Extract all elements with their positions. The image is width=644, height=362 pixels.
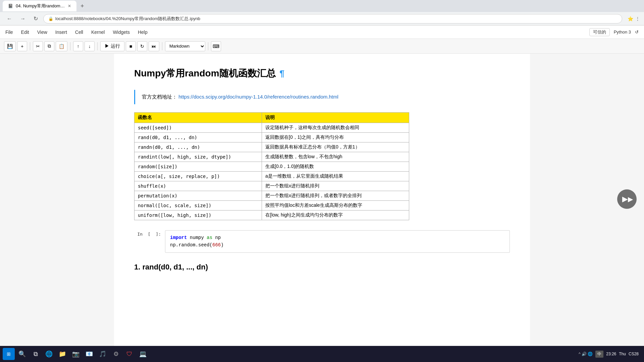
taskbar-taskview[interactable]: ⧉ — [30, 348, 42, 360]
code-seed-num: 666 — [212, 242, 221, 248]
toolbar-divider-1 — [30, 42, 30, 50]
kernel-label: Python 3 — [614, 29, 631, 35]
func-name-cell: random([size]) — [135, 162, 262, 172]
system-tray: ^ 🔊 🌐 — [579, 352, 593, 356]
back-button[interactable]: ← — [4, 14, 15, 23]
menu-widgets[interactable]: Widgets — [113, 28, 130, 36]
taskbar-search[interactable]: 🔍 — [16, 348, 28, 360]
code-numpy: numpy — [190, 235, 207, 240]
new-tab-button[interactable]: + — [78, 1, 87, 11]
stop-button[interactable]: ■ — [126, 41, 136, 51]
section-1-title: 1. rand(d0, d1, ..., dn) — [134, 263, 510, 272]
start-button[interactable]: ⊞ — [3, 348, 15, 360]
function-table: 函数名 说明 seed([seed])设定随机种子，这样每次生成的随机数会相同r… — [134, 112, 409, 220]
toolbar-divider-5 — [208, 42, 208, 50]
code-seed-call: np.random.seed( — [170, 242, 212, 248]
code-seed-close: ) — [221, 242, 223, 248]
menu-kernel[interactable]: Kernel — [91, 28, 105, 36]
add-cell-button[interactable]: + — [17, 41, 27, 51]
taskbar: ⊞ 🔍 ⧉ 🌐 📁 📷 📧 🎵 ⚙ 🛡 💻 ^ 🔊 🌐 中 23:26 Thu … — [0, 346, 644, 362]
table-row: shuffle(x)把一个数组x进行随机排列 — [135, 181, 409, 191]
taskbar-app3[interactable]: 🎵 — [97, 348, 109, 360]
notebook-title: Numpy常用random随机函数汇总 ¶ — [134, 67, 510, 80]
taskbar-app4[interactable]: ⚙ — [110, 348, 122, 360]
tab-close-btn[interactable]: ✕ — [68, 4, 71, 8]
clock-time: 23:26 — [606, 352, 616, 356]
menu-edit[interactable]: Edit — [21, 28, 29, 36]
tray-icons: ^ 🔊 🌐 — [579, 352, 593, 356]
taskbar-edge[interactable]: 🌐 — [43, 348, 55, 360]
func-desc-cell: 在[low, high)之间生成均匀分布的数字 — [262, 210, 409, 220]
taskbar-app6[interactable]: 💻 — [137, 348, 149, 360]
run-button[interactable]: ▶ 运行 — [100, 41, 124, 51]
jupyter-status: 可信的 Python 3 ↺ — [589, 28, 639, 36]
browser-icons: ⭐ ⋮ — [628, 16, 640, 21]
keyboard-shortcuts-button[interactable]: ⌨ — [211, 41, 221, 51]
address-bar: ← → ↻ 🔒 localhost:8888/notebooks/04.%20N… — [0, 12, 644, 25]
taskbar-app1[interactable]: 📷 — [70, 348, 82, 360]
in-label: In [ ]: — [134, 230, 161, 253]
menu-cell[interactable]: Cell — [75, 28, 83, 36]
taskbar-app2[interactable]: 📧 — [83, 348, 95, 360]
func-name-cell: seed([seed]) — [135, 123, 262, 133]
table-row: seed([seed])设定随机种子，这样每次生成的随机数会相同 — [135, 123, 409, 133]
toolbar-divider-4 — [162, 42, 162, 50]
toolbar-divider-2 — [70, 42, 70, 50]
menu-help[interactable]: Help — [138, 28, 148, 36]
table-row: random([size])生成[0.0，1.0)的随机数 — [135, 162, 409, 172]
save-button[interactable]: 💾 — [4, 41, 16, 51]
taskbar-explorer[interactable]: 📁 — [56, 348, 68, 360]
code-cell-1: In [ ]: import numpy as np np.random.see… — [134, 230, 510, 253]
move-down-button[interactable]: ↓ — [85, 41, 95, 51]
jupyter-menu-bar: File Edit View Insert Cell Kernel Widget… — [0, 25, 644, 39]
overlay-play-button[interactable]: ▶ — [617, 189, 637, 209]
paste-button[interactable]: 📋 — [56, 41, 67, 51]
move-up-button[interactable]: ↑ — [73, 41, 83, 51]
func-desc-cell: 返回数据在[0，1)之间，具有均匀分布 — [262, 133, 409, 142]
restart-run-button[interactable]: ⏭ — [149, 41, 159, 51]
func-desc-cell: 返回数据具有标准正态分布（均值0，方差1） — [262, 142, 409, 152]
code-line-1: import numpy as np — [170, 234, 505, 241]
url-text: localhost:8888/notebooks/04.%20Numpy常用ra… — [55, 16, 200, 22]
restart-button[interactable]: ↻ — [137, 41, 147, 51]
func-name-cell: shuffle(x) — [135, 181, 262, 191]
input-lang: 中 — [595, 351, 603, 358]
taskbar-app5[interactable]: 🛡 — [123, 348, 136, 360]
play-icon: ▶ — [622, 195, 628, 203]
cell-type-select[interactable]: Markdown Code Raw — [165, 41, 205, 51]
tab-title: 04. Numpy常用random随机函数汇总 — [16, 3, 65, 9]
func-name-cell: randint(low[, high, size, dtype]) — [135, 152, 262, 162]
tab-favicon: 📓 — [8, 4, 13, 8]
menu-file[interactable]: File — [5, 28, 13, 36]
cut-button[interactable]: ✂ — [33, 41, 43, 51]
func-desc-cell: a是一维数组，从它里面生成随机结果 — [262, 172, 409, 181]
copy-button[interactable]: ⧉ — [44, 41, 54, 51]
table-row: randint(low[, high, size, dtype])生成随机整数，… — [135, 152, 409, 162]
doc-link[interactable]: https://docs.scipy.org/doc/numpy-1.14.0/… — [178, 94, 338, 100]
func-desc-cell: 生成[0.0，1.0)的随机数 — [262, 162, 409, 172]
clock-date: Thu — [619, 352, 626, 356]
trusted-badge: 可信的 — [589, 28, 610, 36]
func-desc-cell: 生成随机整数，包含low，不包含high — [262, 152, 409, 162]
as-keyword: as — [207, 235, 212, 240]
func-desc-cell: 把一个数组x进行随机排列 — [262, 181, 409, 191]
menu-view[interactable]: View — [37, 28, 47, 36]
doc-label: 官方文档地址： — [142, 94, 177, 100]
table-row: permutation(x)把一个数组x进行随机排列，或者数字的全排列 — [135, 191, 409, 201]
extensions-icon: ⭐ — [628, 16, 633, 21]
table-row: choice(a[, size, replace, p])a是一维数组，从它里面… — [135, 172, 409, 181]
toolbar-divider-3 — [97, 42, 98, 50]
menu-insert[interactable]: Insert — [55, 28, 67, 36]
code-box[interactable]: import numpy as np np.random.seed(666) — [165, 230, 510, 253]
table-header-function: 函数名 — [135, 113, 262, 123]
table-row: normal([loc, scale, size])按照平均值loc和方差sca… — [135, 201, 409, 210]
table-row: rand(d0, d1, ..., dn)返回数据在[0，1)之间，具有均匀分布 — [135, 133, 409, 142]
url-box[interactable]: 🔒 localhost:8888/notebooks/04.%20Numpy常用… — [43, 14, 622, 23]
forward-button[interactable]: → — [17, 14, 28, 23]
table-row: uniform([low, high, size])在[low, high)之间… — [135, 210, 409, 220]
func-name-cell: randn(d0, d1, ..., dn) — [135, 142, 262, 152]
settings-icon: ⋮ — [635, 16, 640, 21]
kernel-restart-icon[interactable]: ↺ — [635, 29, 639, 35]
refresh-button[interactable]: ↻ — [31, 14, 41, 23]
active-tab[interactable]: 📓 04. Numpy常用random随机函数汇总 ✕ — [3, 1, 76, 11]
